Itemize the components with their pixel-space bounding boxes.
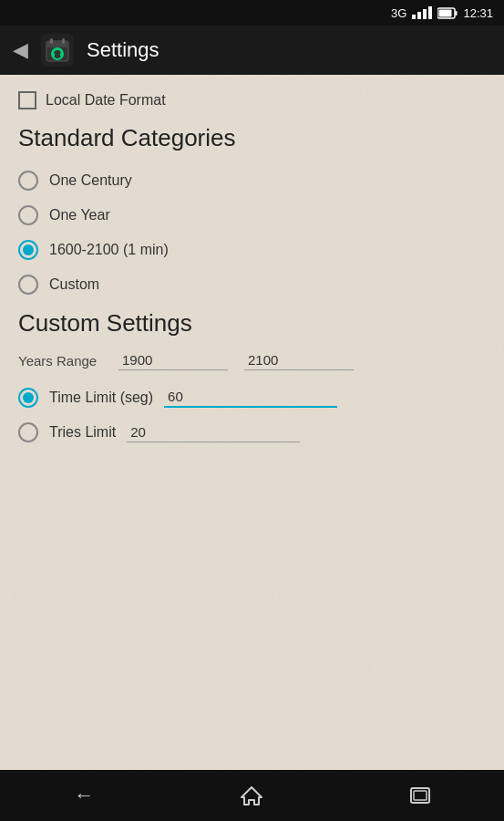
network-type: 3G xyxy=(391,6,406,20)
svg-rect-1 xyxy=(439,9,452,16)
svg-rect-5 xyxy=(50,38,53,44)
nav-home-button[interactable] xyxy=(224,777,279,814)
custom-settings-section: Custom Settings Years Range Time Limit (… xyxy=(18,309,486,442)
tries-limit-row[interactable]: Tries Limit xyxy=(18,422,486,442)
local-date-format-checkbox[interactable] xyxy=(18,91,36,109)
bottom-nav: ← xyxy=(0,770,504,821)
nav-back-button[interactable]: ← xyxy=(57,777,111,814)
local-date-format-label: Local Date Format xyxy=(46,92,166,109)
years-from-input[interactable] xyxy=(118,350,228,370)
page-title: Settings xyxy=(87,38,159,62)
back-button[interactable]: ◀ xyxy=(13,38,28,62)
radio-1600-2100-circle[interactable] xyxy=(18,240,38,260)
radio-one-year-label: One Year xyxy=(49,207,110,223)
nav-recent-button[interactable] xyxy=(393,777,447,814)
standard-categories-group: One Century One Year 1600-2100 (1 min) C… xyxy=(18,165,486,300)
signal-icon xyxy=(412,6,432,19)
main-content: Local Date Format Standard Categories On… xyxy=(0,75,504,770)
years-to-input[interactable] xyxy=(244,350,354,370)
svg-rect-2 xyxy=(456,11,458,16)
svg-rect-8 xyxy=(52,53,55,57)
time-limit-radio[interactable] xyxy=(18,388,38,408)
toolbar: ◀ Settings xyxy=(0,26,504,75)
clock: 12:31 xyxy=(463,6,493,20)
radio-1600-2100[interactable]: 1600-2100 (1 min) xyxy=(18,234,486,265)
app-icon xyxy=(41,34,74,67)
battery-icon xyxy=(437,7,458,19)
tries-limit-input[interactable] xyxy=(127,422,300,442)
time-limit-label: Time Limit (seg) xyxy=(49,390,153,406)
years-range-row: Years Range xyxy=(18,350,486,370)
svg-rect-6 xyxy=(62,38,65,44)
radio-custom-circle[interactable] xyxy=(18,275,38,295)
home-icon xyxy=(240,785,263,806)
radio-one-year-circle[interactable] xyxy=(18,205,38,225)
svg-rect-4 xyxy=(46,41,68,47)
tries-limit-radio[interactable] xyxy=(18,422,38,442)
svg-rect-12 xyxy=(414,791,427,800)
radio-custom[interactable]: Custom xyxy=(18,269,486,300)
radio-one-century-label: One Century xyxy=(49,172,132,189)
recent-apps-icon xyxy=(408,785,432,805)
radio-one-century[interactable]: One Century xyxy=(18,165,486,196)
svg-marker-10 xyxy=(242,787,262,805)
radio-custom-label: Custom xyxy=(49,276,99,293)
radio-1600-2100-label: 1600-2100 (1 min) xyxy=(49,242,169,258)
standard-categories-heading: Standard Categories xyxy=(18,124,486,152)
tries-limit-label: Tries Limit xyxy=(49,424,116,441)
time-limit-input[interactable] xyxy=(164,387,337,408)
years-range-label: Years Range xyxy=(18,353,118,369)
time-limit-row[interactable]: Time Limit (seg) xyxy=(18,387,486,408)
local-date-format-row[interactable]: Local Date Format xyxy=(18,91,486,109)
custom-settings-heading: Custom Settings xyxy=(18,309,486,338)
radio-one-century-circle[interactable] xyxy=(18,171,38,191)
status-bar: 3G 12:31 xyxy=(0,0,504,26)
svg-rect-9 xyxy=(60,53,63,57)
radio-one-year[interactable]: One Year xyxy=(18,200,486,231)
